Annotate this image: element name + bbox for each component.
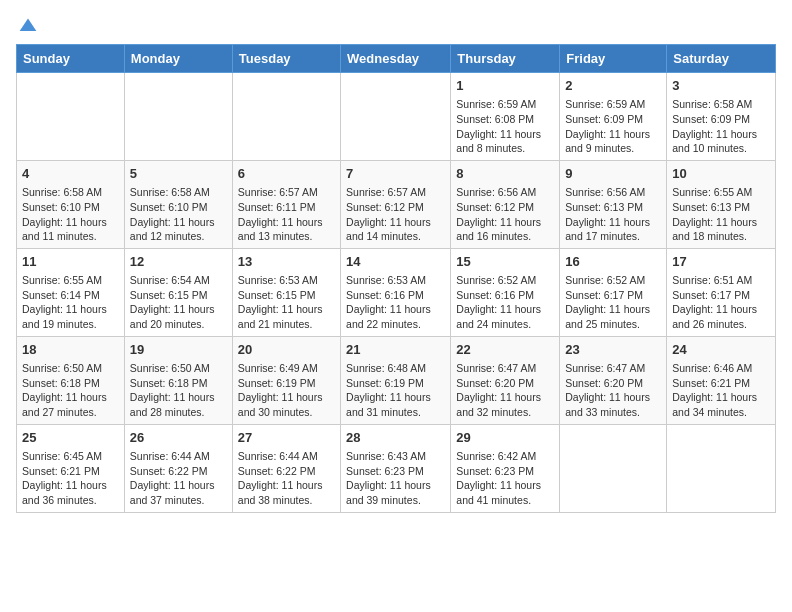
calendar-day-cell: 14Sunrise: 6:53 AM Sunset: 6:16 PM Dayli… [341,248,451,336]
day-info: Sunrise: 6:57 AM Sunset: 6:11 PM Dayligh… [238,185,335,244]
day-number: 14 [346,253,445,271]
day-info: Sunrise: 6:56 AM Sunset: 6:13 PM Dayligh… [565,185,661,244]
day-info: Sunrise: 6:54 AM Sunset: 6:15 PM Dayligh… [130,273,227,332]
calendar-day-cell: 9Sunrise: 6:56 AM Sunset: 6:13 PM Daylig… [560,160,667,248]
calendar-day-cell: 17Sunrise: 6:51 AM Sunset: 6:17 PM Dayli… [667,248,776,336]
day-number: 18 [22,341,119,359]
calendar-day-cell: 18Sunrise: 6:50 AM Sunset: 6:18 PM Dayli… [17,336,125,424]
calendar-day-cell: 21Sunrise: 6:48 AM Sunset: 6:19 PM Dayli… [341,336,451,424]
day-number: 6 [238,165,335,183]
day-info: Sunrise: 6:56 AM Sunset: 6:12 PM Dayligh… [456,185,554,244]
calendar-week-row: 11Sunrise: 6:55 AM Sunset: 6:14 PM Dayli… [17,248,776,336]
calendar-body: 1Sunrise: 6:59 AM Sunset: 6:08 PM Daylig… [17,73,776,513]
day-number: 22 [456,341,554,359]
calendar-day-cell [560,424,667,512]
day-number: 26 [130,429,227,447]
weekday-header-cell: Wednesday [341,45,451,73]
calendar-day-cell: 15Sunrise: 6:52 AM Sunset: 6:16 PM Dayli… [451,248,560,336]
day-info: Sunrise: 6:55 AM Sunset: 6:13 PM Dayligh… [672,185,770,244]
day-info: Sunrise: 6:48 AM Sunset: 6:19 PM Dayligh… [346,361,445,420]
day-number: 23 [565,341,661,359]
calendar-day-cell [667,424,776,512]
day-info: Sunrise: 6:55 AM Sunset: 6:14 PM Dayligh… [22,273,119,332]
day-number: 12 [130,253,227,271]
day-number: 29 [456,429,554,447]
day-info: Sunrise: 6:53 AM Sunset: 6:16 PM Dayligh… [346,273,445,332]
calendar-day-cell: 8Sunrise: 6:56 AM Sunset: 6:12 PM Daylig… [451,160,560,248]
day-number: 2 [565,77,661,95]
calendar-day-cell [17,73,125,161]
day-number: 9 [565,165,661,183]
calendar-week-row: 25Sunrise: 6:45 AM Sunset: 6:21 PM Dayli… [17,424,776,512]
day-number: 21 [346,341,445,359]
calendar-day-cell: 28Sunrise: 6:43 AM Sunset: 6:23 PM Dayli… [341,424,451,512]
logo [16,16,38,36]
weekday-header-cell: Friday [560,45,667,73]
day-info: Sunrise: 6:47 AM Sunset: 6:20 PM Dayligh… [565,361,661,420]
calendar-day-cell: 20Sunrise: 6:49 AM Sunset: 6:19 PM Dayli… [232,336,340,424]
day-info: Sunrise: 6:58 AM Sunset: 6:09 PM Dayligh… [672,97,770,156]
svg-marker-0 [20,19,37,32]
day-number: 24 [672,341,770,359]
day-number: 10 [672,165,770,183]
calendar-day-cell: 16Sunrise: 6:52 AM Sunset: 6:17 PM Dayli… [560,248,667,336]
day-info: Sunrise: 6:59 AM Sunset: 6:09 PM Dayligh… [565,97,661,156]
calendar-day-cell: 3Sunrise: 6:58 AM Sunset: 6:09 PM Daylig… [667,73,776,161]
day-info: Sunrise: 6:47 AM Sunset: 6:20 PM Dayligh… [456,361,554,420]
calendar-day-cell: 5Sunrise: 6:58 AM Sunset: 6:10 PM Daylig… [124,160,232,248]
day-number: 15 [456,253,554,271]
weekday-header-cell: Tuesday [232,45,340,73]
day-number: 11 [22,253,119,271]
day-info: Sunrise: 6:43 AM Sunset: 6:23 PM Dayligh… [346,449,445,508]
calendar-day-cell: 26Sunrise: 6:44 AM Sunset: 6:22 PM Dayli… [124,424,232,512]
calendar-day-cell: 22Sunrise: 6:47 AM Sunset: 6:20 PM Dayli… [451,336,560,424]
calendar-day-cell: 11Sunrise: 6:55 AM Sunset: 6:14 PM Dayli… [17,248,125,336]
day-number: 28 [346,429,445,447]
day-number: 19 [130,341,227,359]
weekday-header-cell: Saturday [667,45,776,73]
calendar-day-cell: 23Sunrise: 6:47 AM Sunset: 6:20 PM Dayli… [560,336,667,424]
weekday-header-cell: Thursday [451,45,560,73]
calendar-day-cell: 7Sunrise: 6:57 AM Sunset: 6:12 PM Daylig… [341,160,451,248]
day-number: 4 [22,165,119,183]
calendar-day-cell: 10Sunrise: 6:55 AM Sunset: 6:13 PM Dayli… [667,160,776,248]
weekday-header-cell: Monday [124,45,232,73]
calendar-day-cell [341,73,451,161]
day-info: Sunrise: 6:52 AM Sunset: 6:17 PM Dayligh… [565,273,661,332]
day-info: Sunrise: 6:50 AM Sunset: 6:18 PM Dayligh… [130,361,227,420]
weekday-header-cell: Sunday [17,45,125,73]
day-info: Sunrise: 6:52 AM Sunset: 6:16 PM Dayligh… [456,273,554,332]
day-info: Sunrise: 6:42 AM Sunset: 6:23 PM Dayligh… [456,449,554,508]
weekday-header-row: SundayMondayTuesdayWednesdayThursdayFrid… [17,45,776,73]
day-info: Sunrise: 6:45 AM Sunset: 6:21 PM Dayligh… [22,449,119,508]
header [16,16,776,36]
day-number: 25 [22,429,119,447]
day-info: Sunrise: 6:51 AM Sunset: 6:17 PM Dayligh… [672,273,770,332]
calendar-week-row: 4Sunrise: 6:58 AM Sunset: 6:10 PM Daylig… [17,160,776,248]
day-number: 16 [565,253,661,271]
day-info: Sunrise: 6:57 AM Sunset: 6:12 PM Dayligh… [346,185,445,244]
day-number: 17 [672,253,770,271]
calendar-day-cell: 13Sunrise: 6:53 AM Sunset: 6:15 PM Dayli… [232,248,340,336]
calendar-day-cell: 27Sunrise: 6:44 AM Sunset: 6:22 PM Dayli… [232,424,340,512]
day-info: Sunrise: 6:46 AM Sunset: 6:21 PM Dayligh… [672,361,770,420]
day-info: Sunrise: 6:44 AM Sunset: 6:22 PM Dayligh… [130,449,227,508]
calendar-day-cell: 19Sunrise: 6:50 AM Sunset: 6:18 PM Dayli… [124,336,232,424]
calendar-day-cell: 6Sunrise: 6:57 AM Sunset: 6:11 PM Daylig… [232,160,340,248]
day-number: 1 [456,77,554,95]
day-info: Sunrise: 6:59 AM Sunset: 6:08 PM Dayligh… [456,97,554,156]
calendar-table: SundayMondayTuesdayWednesdayThursdayFrid… [16,44,776,513]
day-number: 13 [238,253,335,271]
day-number: 20 [238,341,335,359]
logo-icon [18,16,38,36]
calendar-day-cell: 29Sunrise: 6:42 AM Sunset: 6:23 PM Dayli… [451,424,560,512]
day-info: Sunrise: 6:49 AM Sunset: 6:19 PM Dayligh… [238,361,335,420]
day-number: 5 [130,165,227,183]
calendar-day-cell: 4Sunrise: 6:58 AM Sunset: 6:10 PM Daylig… [17,160,125,248]
calendar-day-cell: 25Sunrise: 6:45 AM Sunset: 6:21 PM Dayli… [17,424,125,512]
calendar-week-row: 18Sunrise: 6:50 AM Sunset: 6:18 PM Dayli… [17,336,776,424]
calendar-day-cell: 1Sunrise: 6:59 AM Sunset: 6:08 PM Daylig… [451,73,560,161]
day-number: 7 [346,165,445,183]
day-info: Sunrise: 6:58 AM Sunset: 6:10 PM Dayligh… [130,185,227,244]
calendar-week-row: 1Sunrise: 6:59 AM Sunset: 6:08 PM Daylig… [17,73,776,161]
